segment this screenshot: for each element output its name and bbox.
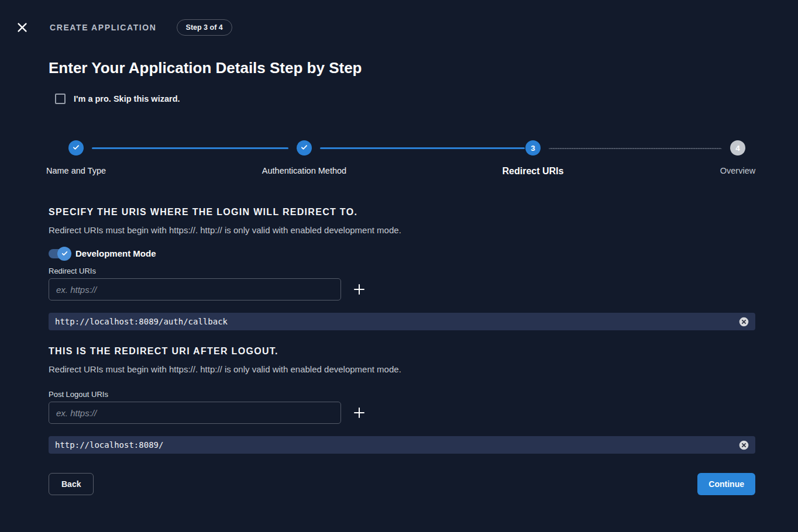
- remove-post-logout-uri-icon[interactable]: [738, 440, 749, 450]
- redirect-uri-input-row: [49, 278, 755, 300]
- add-post-logout-uri-button[interactable]: [349, 403, 369, 423]
- skip-wizard-checkbox[interactable]: [55, 94, 66, 104]
- wizard-heading: Enter Your Application Details Step by S…: [49, 59, 755, 77]
- post-logout-uri-input[interactable]: [49, 402, 341, 424]
- skip-wizard-row: I'm a pro. Skip this wizard.: [55, 94, 755, 104]
- logout-section-description: Redirect URIs must begin with https://. …: [49, 364, 755, 374]
- step-2-circle[interactable]: [297, 140, 312, 156]
- redirect-section-title: SPECIFY THE URIS WHERE THE LOGIN WILL RE…: [49, 207, 755, 217]
- logout-section-title: THIS IS THE REDIRECT URI AFTER LOGOUT.: [49, 346, 755, 357]
- check-icon: [61, 250, 68, 257]
- create-application-wizard: CREATE APPLICATION Step 3 of 4 Enter You…: [0, 0, 798, 532]
- stepper-line-3: [549, 148, 722, 149]
- step-3-label: Redirect URIs: [503, 166, 564, 177]
- stepper-line-1: [92, 147, 288, 149]
- wizard-actions: Back Continue: [49, 473, 755, 495]
- redirect-section-description: Redirect URIs must begin with https://. …: [49, 225, 755, 235]
- plus-icon: [352, 406, 366, 420]
- post-logout-uri-input-row: [49, 402, 755, 424]
- step-4-number: 4: [735, 144, 740, 153]
- wizard-stepper: 3 4 Name and Type Authentication Method …: [49, 140, 755, 179]
- redirect-uris-field-label: Redirect URIs: [49, 267, 755, 275]
- skip-wizard-label: I'm a pro. Skip this wizard.: [74, 94, 180, 103]
- dev-mode-label: Development Mode: [75, 248, 156, 258]
- step-badge: Step 3 of 4: [177, 19, 232, 36]
- post-logout-uris-field-label: Post Logout URIs: [49, 390, 755, 399]
- step-3-circle[interactable]: 3: [525, 140, 541, 156]
- back-button[interactable]: Back: [49, 473, 94, 495]
- step-4-circle[interactable]: 4: [730, 140, 745, 156]
- step-2-label: Authentication Method: [262, 166, 346, 175]
- redirect-uri-value: http://localhost:8089/auth/callback: [55, 317, 738, 326]
- dev-mode-row: Development Mode: [49, 248, 755, 258]
- add-redirect-uri-button[interactable]: [349, 279, 369, 299]
- check-icon: [300, 143, 308, 153]
- step-1-circle[interactable]: [68, 140, 84, 156]
- step-4-label: Overview: [720, 166, 755, 175]
- check-icon: [72, 143, 80, 153]
- remove-redirect-uri-icon[interactable]: [738, 316, 749, 327]
- redirect-uri-chip: http://localhost:8089/auth/callback: [49, 313, 755, 330]
- page-title: CREATE APPLICATION: [50, 23, 157, 32]
- post-logout-uri-value: http://localhost:8089/: [55, 440, 738, 450]
- toggle-thumb: [57, 247, 71, 261]
- wizard-header: CREATE APPLICATION Step 3 of 4: [0, 0, 798, 36]
- redirect-uri-input[interactable]: [49, 278, 341, 300]
- stepper-line-2: [320, 147, 525, 149]
- post-logout-uri-chip: http://localhost:8089/: [49, 436, 755, 454]
- step-1-label: Name and Type: [46, 166, 106, 175]
- step-3-number: 3: [531, 144, 535, 153]
- dev-mode-toggle[interactable]: [49, 249, 70, 258]
- close-icon[interactable]: [16, 21, 29, 34]
- continue-button[interactable]: Continue: [697, 473, 755, 495]
- plus-icon: [352, 282, 366, 296]
